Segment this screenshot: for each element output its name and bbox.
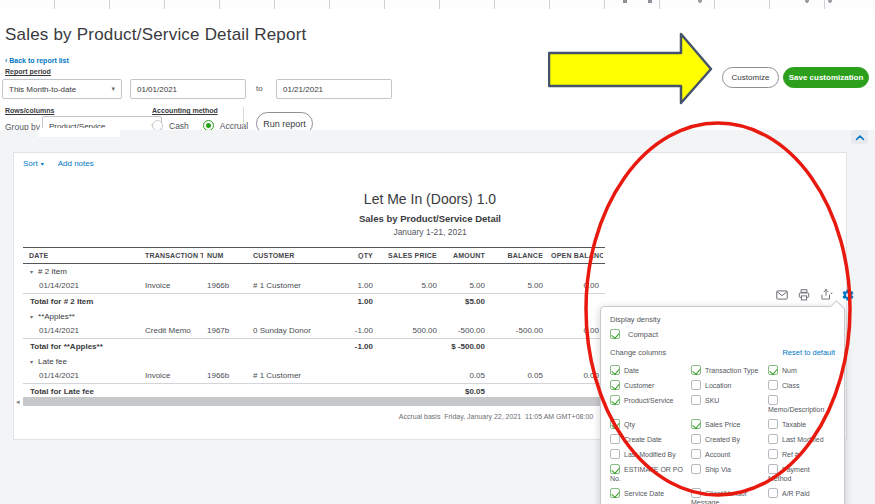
settings-gear-icon[interactable]: [841, 288, 855, 302]
table-cell[interactable]: 0.00: [547, 371, 603, 380]
table-cell[interactable]: Invoice: [141, 281, 203, 290]
checkbox[interactable]: [610, 365, 620, 375]
column-option-location[interactable]: Location: [691, 380, 765, 390]
table-cell[interactable]: # 1 Customer: [249, 371, 337, 380]
column-option-created-by[interactable]: Created By: [691, 434, 765, 444]
checkbox[interactable]: [610, 464, 620, 474]
column-option-account[interactable]: Account: [691, 449, 765, 459]
checkbox[interactable]: [768, 395, 778, 405]
column-option-product-service[interactable]: Product/Service: [610, 395, 688, 414]
column-option-ship-via[interactable]: Ship Via: [691, 464, 765, 483]
column-option-num[interactable]: Num: [768, 365, 834, 375]
column-option-qty[interactable]: Qty: [610, 419, 688, 429]
table-cell[interactable]: 1966b: [203, 281, 249, 290]
column-option-service-date[interactable]: Service Date: [610, 488, 688, 504]
checkbox[interactable]: [610, 434, 620, 444]
table-cell[interactable]: 500.00: [377, 326, 441, 335]
compact-checkbox[interactable]: [610, 329, 620, 339]
table-row[interactable]: 01/14/2021Credit Memo1967b0 Sunday Donor…: [23, 323, 605, 338]
checkbox[interactable]: [610, 419, 620, 429]
collapse-caret-icon[interactable]: ▾: [30, 313, 33, 320]
table-cell[interactable]: 0.05: [489, 371, 547, 380]
report-period-select[interactable]: This Month-to-date ▾: [2, 79, 122, 99]
column-option-sales-price[interactable]: Sales Price: [691, 419, 765, 429]
checkbox[interactable]: [691, 488, 701, 498]
table-cell[interactable]: 01/14/2021: [23, 326, 141, 335]
group-row[interactable]: ▾**Apples**: [23, 309, 605, 323]
table-cell[interactable]: 0.05: [441, 371, 489, 380]
checkbox[interactable]: [691, 449, 701, 459]
checkbox[interactable]: [768, 419, 778, 429]
print-icon[interactable]: [797, 288, 811, 302]
date-from-input[interactable]: 01/01/2021: [130, 79, 246, 99]
collapse-panel-button[interactable]: [851, 130, 868, 144]
table-cell[interactable]: 0 Sunday Donor: [249, 326, 337, 335]
checkbox[interactable]: [768, 365, 778, 375]
table-cell[interactable]: Invoice: [141, 371, 203, 380]
table-cell[interactable]: 01/14/2021: [23, 371, 141, 380]
column-option-ref-[interactable]: Ref #: [768, 449, 834, 459]
checkbox[interactable]: [610, 395, 620, 405]
column-option-last-modified-by[interactable]: Last Modified By: [610, 449, 688, 459]
checkbox[interactable]: [768, 464, 778, 474]
customize-button[interactable]: Customize: [722, 67, 779, 88]
checkbox[interactable]: [691, 464, 701, 474]
checkbox[interactable]: [691, 365, 701, 375]
table-cell[interactable]: 0.00: [547, 326, 603, 335]
column-option-client-vendor-message[interactable]: Client/Vendor Message: [691, 488, 765, 504]
table-cell[interactable]: -1.00: [337, 326, 377, 335]
checkbox[interactable]: [691, 419, 701, 429]
table-cell[interactable]: 1966b: [203, 371, 249, 380]
scroll-left-icon[interactable]: ◂: [16, 398, 20, 406]
column-option-class[interactable]: Class: [768, 380, 834, 390]
table-row[interactable]: 01/14/2021Invoice1966b# 1 Customer1.005.…: [23, 278, 605, 293]
back-to-report-list-link[interactable]: ‹ Back to report list: [5, 57, 69, 64]
checkbox[interactable]: [768, 488, 778, 498]
column-option-transaction-type[interactable]: Transaction Type: [691, 365, 765, 375]
column-option-estimate-or-po-no-[interactable]: ESTIMATE OR PO No.: [610, 464, 688, 483]
column-option-customer[interactable]: Customer: [610, 380, 688, 390]
checkbox[interactable]: [610, 380, 620, 390]
table-row[interactable]: 01/14/2021Invoice1966b# 1 Customer0.050.…: [23, 368, 605, 383]
collapse-caret-icon[interactable]: ▾: [30, 358, 33, 365]
checkbox[interactable]: [768, 449, 778, 459]
table-cell[interactable]: 0.00: [547, 281, 603, 290]
group-row[interactable]: ▾# 2 Item: [23, 264, 605, 278]
table-cell[interactable]: 5.00: [489, 281, 547, 290]
group-row[interactable]: ▾Late fee: [23, 354, 605, 368]
email-icon[interactable]: [775, 288, 789, 302]
column-option-memo-description[interactable]: Memo/Description: [768, 395, 834, 414]
table-cell[interactable]: -500.00: [489, 326, 547, 335]
column-option-taxable[interactable]: Taxable: [768, 419, 834, 429]
table-cell[interactable]: Credit Memo: [141, 326, 203, 335]
checkbox[interactable]: [768, 434, 778, 444]
checkbox[interactable]: [768, 380, 778, 390]
checkbox[interactable]: [691, 434, 701, 444]
save-customization-button[interactable]: Save customization: [783, 67, 869, 88]
sort-menu[interactable]: Sort▾: [23, 159, 44, 168]
checkbox[interactable]: [691, 395, 701, 405]
compact-option[interactable]: Compact: [610, 329, 835, 339]
collapse-caret-icon[interactable]: ▾: [30, 268, 33, 275]
date-to-input[interactable]: 01/21/2021: [276, 79, 392, 99]
column-option-last-modified[interactable]: Last Modified: [768, 434, 834, 444]
checkbox[interactable]: [691, 380, 701, 390]
table-cell[interactable]: 5.00: [377, 281, 441, 290]
column-option-a-r-paid[interactable]: A/R Paid: [768, 488, 834, 504]
column-option-create-date[interactable]: Create Date: [610, 434, 688, 444]
table-cell[interactable]: 5.00: [441, 281, 489, 290]
table-cell[interactable]: 01/14/2021: [23, 281, 141, 290]
checkbox[interactable]: [610, 488, 620, 498]
export-icon[interactable]: [819, 288, 833, 302]
add-notes-link[interactable]: Add notes: [58, 159, 94, 168]
column-option-sku[interactable]: SKU: [691, 395, 765, 414]
table-cell[interactable]: # 1 Customer: [249, 281, 337, 290]
table-cell[interactable]: 1.00: [337, 281, 377, 290]
column-option-date[interactable]: Date: [610, 365, 688, 375]
column-option-payment-method[interactable]: Payment Method: [768, 464, 834, 483]
reset-to-default-link[interactable]: Reset to default: [782, 348, 835, 357]
table-cell[interactable]: 1967b: [203, 326, 249, 335]
table-cell[interactable]: -500.00: [441, 326, 489, 335]
checkbox[interactable]: [610, 449, 620, 459]
report-table-body: ▾# 2 Item01/14/2021Invoice1966b# 1 Custo…: [23, 264, 605, 400]
